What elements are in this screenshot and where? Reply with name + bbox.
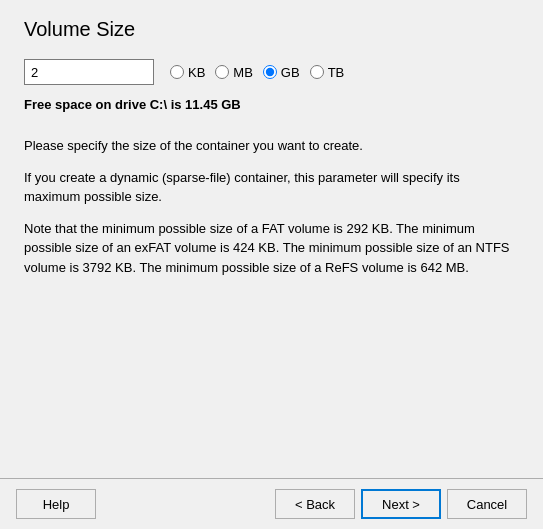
help-button[interactable]: Help: [16, 489, 96, 519]
next-button[interactable]: Next >: [361, 489, 441, 519]
radio-tb[interactable]: [310, 65, 324, 79]
radio-kb-label: KB: [188, 65, 205, 80]
volume-size-dialog: Volume Size KB MB GB TB: [0, 0, 543, 529]
unit-radio-group: KB MB GB TB: [170, 65, 344, 80]
radio-option-mb[interactable]: MB: [215, 65, 253, 80]
description-p3: Note that the minimum possible size of a…: [24, 219, 519, 278]
radio-mb-label: MB: [233, 65, 253, 80]
page-title: Volume Size: [24, 18, 519, 41]
radio-option-gb[interactable]: GB: [263, 65, 300, 80]
radio-gb-label: GB: [281, 65, 300, 80]
radio-option-tb[interactable]: TB: [310, 65, 345, 80]
radio-tb-label: TB: [328, 65, 345, 80]
size-input[interactable]: [24, 59, 154, 85]
radio-gb[interactable]: [263, 65, 277, 79]
content-area: Volume Size KB MB GB TB: [0, 0, 543, 478]
description-p1: Please specify the size of the container…: [24, 136, 519, 156]
radio-mb[interactable]: [215, 65, 229, 79]
description-area: Please specify the size of the container…: [24, 136, 519, 277]
size-row: KB MB GB TB: [24, 59, 519, 85]
radio-kb[interactable]: [170, 65, 184, 79]
footer-left: Help: [16, 489, 96, 519]
description-p2: If you create a dynamic (sparse-file) co…: [24, 168, 519, 207]
back-button[interactable]: < Back: [275, 489, 355, 519]
free-space-label: Free space on drive C:\ is 11.45 GB: [24, 97, 519, 112]
radio-option-kb[interactable]: KB: [170, 65, 205, 80]
cancel-button[interactable]: Cancel: [447, 489, 527, 519]
footer: Help < Back Next > Cancel: [0, 478, 543, 529]
